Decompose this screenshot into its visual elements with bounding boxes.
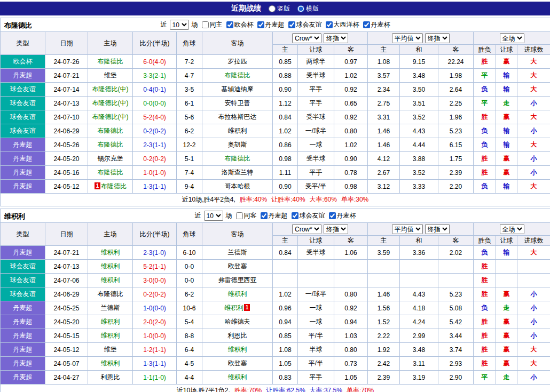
league-filter-欧会杯[interactable]: 欧会杯 [226,20,254,29]
away-team-name[interactable]: 布隆德比 [225,155,250,162]
avg-home-odds: 4.12 [368,152,400,166]
layout-option-horizontal[interactable]: 横版 [297,4,319,13]
away-team-name[interactable]: 哥本哈根 [225,182,250,190]
avg-draw-odds: 4.44 [400,138,438,152]
league-filter-丹麦超-checkbox[interactable] [257,21,264,28]
bookmaker-select[interactable]: Crow* [292,33,321,43]
vertical-radio[interactable] [269,5,276,12]
home-team-name[interactable]: 布隆德比 [98,58,123,65]
away-team-name[interactable]: 兰德斯 [228,249,247,256]
away-team-name[interactable]: 布隆德比 [225,71,250,79]
home-team-name[interactable]: 布隆德比 [101,182,127,190]
handicap-line: 平/半 [298,329,334,343]
recent-count-select[interactable]: 10 [204,211,223,221]
avg-draw-odds: 4.43 [400,124,438,138]
league-filter-丹麦杯-checkbox[interactable] [363,21,370,28]
league-filter-丹麦杯-checkbox[interactable] [329,212,336,219]
league-filter-丹麦超[interactable]: 丹麦超 [257,20,285,29]
avg-select[interactable]: 平均值 [392,33,423,43]
home-team-name[interactable]: 维积利 [101,318,120,325]
score-cell: 6-0(4-0) [133,55,177,69]
home-team-name[interactable]: 布隆德比 [98,290,123,298]
away-team-name[interactable]: 欧登塞 [228,262,247,270]
away-team-name[interactable]: 欧登塞 [228,359,247,367]
league-filter-球会友谊[interactable]: 球会友谊 [288,20,322,29]
goals-result-cell: 大 [517,343,550,357]
handicap-line: 受半球 [298,152,334,166]
away-team-name[interactable]: 布拉格斯巴达 [218,113,257,121]
handicap-away-odds: 0.80 [334,343,368,357]
away-team-name[interactable]: 维积利 [228,373,247,381]
away-team-name[interactable]: 维积利 [228,346,247,353]
layout-option-vertical[interactable]: 竖版 [269,4,290,13]
home-team-name[interactable]: 布隆德比 [98,141,123,148]
avg-away-odds [438,260,474,274]
handicap-home-odds: 0.84 [273,246,298,260]
same-venue-filter[interactable]: 同客 [236,211,257,220]
home-team-name[interactable]: 维积利 [101,276,120,284]
away-team-name[interactable]: 罗拉匹 [228,58,247,65]
bookmaker-select[interactable]: Crow* [292,224,321,234]
away-team-name[interactable]: 安特卫普 [225,99,250,107]
horizontal-radio[interactable] [297,5,304,12]
away-team-name[interactable]: 哈维德夫 [225,318,250,325]
avg-odds-type-select[interactable]: 终指 [425,33,450,43]
handicap-result-cell: 赢 [496,329,517,343]
league-filter-球会友谊-checkbox[interactable] [288,21,295,28]
avg-draw-odds: 3.33 [400,180,438,194]
home-team-name[interactable]: 维积利 [101,262,120,270]
score-cell: 1-0(0-0) [133,301,177,315]
home-team-name[interactable]: 布隆德比(中) [92,113,129,121]
league-filter-丹麦杯[interactable]: 丹麦杯 [363,20,390,29]
home-team-name[interactable]: 维积利 [101,249,120,256]
home-team-name[interactable]: 利恩比 [101,373,120,381]
same-venue-filter-label: 同主 [210,20,223,29]
away-team-name[interactable]: 基辅迪纳摩 [222,85,254,93]
handicap-away-odds: 0.97 [334,55,368,69]
league-filter-球会友谊[interactable]: 球会友谊 [292,211,325,220]
goals-result-cell: 大 [517,69,550,83]
league-filter-丹麦杯[interactable]: 丹麦杯 [329,211,356,220]
recent-count-select[interactable]: 10 [170,20,189,30]
home-team-name[interactable]: 维堡 [104,71,117,79]
avg-draw-odds: 3.19 [400,371,438,385]
same-venue-filter[interactable]: 同主 [202,20,223,29]
scope-select[interactable]: 全场 [500,33,524,43]
goals-result-cell: 小 [517,97,550,110]
away-team-name[interactable]: 利恩比 [228,332,247,339]
league-filter-丹麦超-checkbox[interactable] [261,212,268,219]
league-filter-欧会杯-checkbox[interactable] [226,21,233,28]
avg-odds-type-select[interactable]: 终指 [425,224,450,234]
away-team-name[interactable]: 维积利 [224,304,243,311]
home-team-name[interactable]: 布隆德比 [98,127,123,134]
odds-type-select[interactable]: 终指 [324,33,348,43]
score-cell: 0-2(0-2) [133,124,177,138]
away-team-name[interactable]: 奥胡斯 [228,141,247,148]
same-venue-filter-checkbox[interactable] [202,21,209,28]
away-team-name[interactable]: 维积利 [228,290,247,298]
home-team-name[interactable]: 兰德斯 [101,304,120,311]
home-team-name[interactable]: 锡尔克堡 [98,155,123,162]
away-team-name[interactable]: 维积利 [228,127,247,134]
league-filter-球会友谊-checkbox[interactable] [292,212,298,219]
home-team-name[interactable]: 布隆德比 [98,169,123,176]
league-filter-大西洋杯-checkbox[interactable] [326,21,333,28]
handicap-home-odds: 0.90 [273,180,298,194]
odds-type-select[interactable]: 终指 [324,224,348,234]
home-team-name[interactable]: 维积利 [101,332,120,339]
home-team-name[interactable]: 布隆德比(中) [92,99,129,107]
league-filter-丹麦杯-label: 丹麦杯 [371,20,390,29]
same-venue-filter-checkbox[interactable] [236,212,243,219]
handicap-result-cell: 赢 [496,357,517,371]
home-team-name[interactable]: 维积利 [101,359,120,367]
home-team-name[interactable]: 布隆德比(中) [92,85,129,93]
result-cell: 平 [474,69,496,83]
away-team-name[interactable]: 洛斯查兰特 [222,169,254,176]
home-team-name[interactable]: 维堡 [104,346,117,353]
handicap-home-odds: 0.94 [273,315,298,329]
away-team-name[interactable]: 弗雷德里西亚 [218,276,257,284]
league-filter-丹麦超[interactable]: 丹麦超 [261,211,288,220]
avg-select[interactable]: 平均值 [392,224,423,234]
league-filter-大西洋杯[interactable]: 大西洋杯 [326,20,359,29]
scope-select[interactable]: 全场 [500,224,524,234]
